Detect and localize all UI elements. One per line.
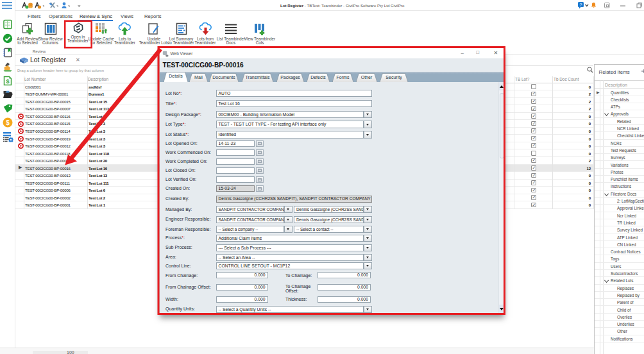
svg-text:$: $ [6,119,10,126]
svg-text:$: $ [6,78,9,85]
svg-text:?: ? [580,3,582,7]
